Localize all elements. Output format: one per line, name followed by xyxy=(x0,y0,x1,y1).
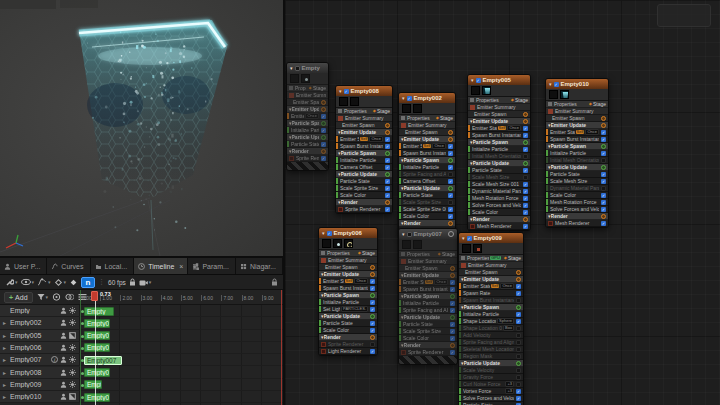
stack-row-shape-location[interactable]: Shape LocationSphere✓ xyxy=(459,318,523,325)
keyframe-diamond-icon[interactable] xyxy=(69,278,78,287)
emitter-node-empty010[interactable]: ▾✓Empty010Properties◆StageEmitter Summar… xyxy=(545,78,609,228)
stack-row-scale-color[interactable]: Scale Color✓ xyxy=(546,192,608,199)
module-checkbox[interactable] xyxy=(516,298,521,303)
stack-row-particle-state[interactable]: Particle State✓ xyxy=(546,171,608,178)
stack-row-sprite-facing-and-alignment[interactable]: Sprite Facing and Alignment xyxy=(399,171,455,178)
stack-row-emitter-update[interactable]: ▾Emitter Update xyxy=(468,118,530,125)
stack-row-initialize-particle[interactable]: Initialize Particle✓ xyxy=(287,127,328,134)
stack-row-skeletal-mesh-location[interactable]: Skeletal Mesh Location xyxy=(459,346,523,353)
module-checkbox[interactable] xyxy=(516,368,521,373)
emitter-track-bar[interactable]: Empty002 xyxy=(84,319,110,328)
stack-row-spawn-burst-instantaneous[interactable]: Spawn Burst Instantaneous✓ xyxy=(468,132,530,139)
sun-icon[interactable] xyxy=(69,319,76,326)
chevron-down-icon[interactable]: ▾ xyxy=(402,96,405,101)
module-checkbox[interactable]: ✓ xyxy=(516,319,521,324)
stack-row-initial-mesh-orientation[interactable]: Initial Mesh Orientation xyxy=(546,157,608,164)
stack-row-mesh-renderer[interactable]: Mesh Renderer✓ xyxy=(546,220,608,227)
stack-row-emitter-state[interactable]: Emitter StateSelfOnce✓ xyxy=(468,125,530,132)
track-row[interactable]: ▸Empty008Empty008 xyxy=(0,367,283,379)
stack-row-spawn-rate[interactable]: Spawn Rate✓ xyxy=(459,290,523,297)
stack-row-particle-spawn[interactable]: ▾Particle Spawn xyxy=(468,139,530,146)
chevron-down-icon[interactable]: ▾ xyxy=(471,78,474,83)
stack-row-particle-update[interactable]: ▾Particle Update xyxy=(319,313,377,320)
stack-row-spawn-burst-instantaneous[interactable]: Spawn Burst Instantaneous xyxy=(459,297,523,304)
node-enabled-checkbox[interactable]: ✓ xyxy=(327,231,332,236)
camera-toggle-icon[interactable] xyxy=(52,293,61,301)
module-checkbox[interactable]: ✓ xyxy=(448,151,453,156)
stack-row-particle-update[interactable]: ▾Particle Update xyxy=(468,160,530,167)
stack-row-render[interactable]: ▾Render xyxy=(399,220,455,227)
tab-local[interactable]: Local... xyxy=(91,258,135,274)
module-checkbox[interactable]: ✓ xyxy=(601,207,606,212)
module-checkbox[interactable]: ✓ xyxy=(450,280,455,285)
stack-row-vortex-force[interactable]: Vortex Force+3✓ xyxy=(459,388,523,395)
module-checkbox[interactable]: ✓ xyxy=(448,179,453,184)
stack-row-sprite-facing-and-alignment[interactable]: Sprite Facing and Alignment xyxy=(459,339,523,346)
expand-arrow-icon[interactable]: ▸ xyxy=(3,332,8,339)
person-icon[interactable] xyxy=(60,319,67,326)
node-enabled-checkbox[interactable] xyxy=(407,232,412,237)
stack-row-emitter-state[interactable]: Emitter StateSelfOnce✓ xyxy=(546,129,608,136)
module-checkbox[interactable]: ✓ xyxy=(385,186,390,191)
stack-row-properties[interactable]: Properties◆Stage xyxy=(319,250,377,257)
emitter-track-bar[interactable]: Empty010 xyxy=(84,393,110,402)
module-checkbox[interactable]: ✓ xyxy=(448,193,453,198)
module-checkbox[interactable]: ✓ xyxy=(321,128,326,133)
track-row[interactable]: ▸Empty007iEmpty007 xyxy=(0,354,283,366)
filter-icon[interactable]: ▾ xyxy=(37,293,49,301)
expand-arrow-icon[interactable]: ▸ xyxy=(3,393,8,400)
chevron-down-icon[interactable]: ▾ xyxy=(549,82,552,87)
sun-icon[interactable] xyxy=(69,344,76,351)
module-checkbox[interactable]: ✓ xyxy=(516,312,521,317)
close-icon[interactable]: × xyxy=(179,263,183,270)
stack-row-particle-state[interactable]: Particle State✓ xyxy=(468,167,530,174)
stack-row-sprite-renderer[interactable]: Sprite Renderer✓ xyxy=(336,206,392,213)
module-checkbox[interactable]: ✓ xyxy=(523,126,528,131)
stack-row-solve-forces-and-velocity[interactable]: Solve Forces and Velocity✓ xyxy=(459,395,523,402)
system-overview-graph[interactable]: ▾EmptyProperties◆StageEmitter SummaryEmi… xyxy=(285,0,720,405)
stack-row-camera-offset[interactable]: Camera Offset✓ xyxy=(336,164,392,171)
module-checkbox[interactable]: ✓ xyxy=(523,196,528,201)
track-row[interactable]: EmptyEmpty xyxy=(0,305,283,317)
emitter-node-empty005[interactable]: ▾✓Empty005Properties◆StageEmitter Summar… xyxy=(467,74,531,231)
stack-row-scale-mesh-size[interactable]: Scale Mesh Size✓ xyxy=(546,178,608,185)
module-checkbox[interactable]: ✓ xyxy=(370,307,375,312)
sun-icon[interactable] xyxy=(69,381,76,388)
node-title-bar[interactable]: ▾✓Empty002 xyxy=(399,93,455,103)
sun-icon[interactable] xyxy=(69,369,76,376)
module-checkbox[interactable]: ✓ xyxy=(448,144,453,149)
isolate-icon[interactable] xyxy=(448,231,454,237)
module-checkbox[interactable]: ✓ xyxy=(385,158,390,163)
node-title-bar[interactable]: ▾Empty xyxy=(287,63,328,73)
mesh-icon[interactable] xyxy=(69,393,76,400)
stack-row-particle-spawn[interactable]: ▾Particle Spawn xyxy=(287,120,328,127)
emitter-track-bar[interactable]: Empty006 xyxy=(84,343,110,352)
stack-row-emitter-state[interactable]: Emitter StateSelfOnce✓ xyxy=(399,143,455,150)
lock-icon[interactable] xyxy=(271,278,278,286)
emitter-track-bar[interactable]: Empty005 xyxy=(84,331,110,340)
render-visibility-icon[interactable] xyxy=(65,293,74,301)
stack-row-emitter-summary[interactable]: Emitter Summary xyxy=(319,257,377,264)
stack-row-mesh-rotation-force[interactable]: Mesh Rotation Force✓ xyxy=(546,199,608,206)
stack-row-spawn-burst-instantaneous[interactable]: Spawn Burst Instantaneous✓ xyxy=(399,150,455,157)
emitter-node-empty[interactable]: ▾EmptyProperties◆StageEmitter SummaryEmi… xyxy=(286,62,329,171)
module-checkbox[interactable]: ✓ xyxy=(601,179,606,184)
module-checkbox[interactable]: ✓ xyxy=(448,214,453,219)
module-checkbox[interactable]: ✓ xyxy=(321,114,326,119)
stack-row-emitter-update[interactable]: ▾Emitter Update xyxy=(336,129,392,136)
person-icon[interactable] xyxy=(60,356,67,363)
tab-curves[interactable]: Curves xyxy=(47,258,90,274)
module-checkbox[interactable] xyxy=(601,186,606,191)
stack-row-emitter-summary[interactable]: Emitter Summary xyxy=(336,115,392,122)
module-checkbox[interactable] xyxy=(516,375,521,380)
module-checkbox[interactable]: ✓ xyxy=(385,165,390,170)
stack-row-scale-color[interactable]: Scale Color✓ xyxy=(399,213,455,220)
module-checkbox[interactable]: ✓ xyxy=(601,130,606,135)
stack-row-render[interactable]: ▾Render xyxy=(399,342,457,349)
stack-row-scale-velocity[interactable]: Scale Velocity xyxy=(459,367,523,374)
stack-row-set--lightradius[interactable]: Set LightRadiusPARTICLES.✓ xyxy=(319,306,377,313)
module-checkbox[interactable]: ✓ xyxy=(523,182,528,187)
node-enabled-checkbox[interactable]: ✓ xyxy=(476,78,481,83)
expand-arrow-icon[interactable]: ▸ xyxy=(3,381,8,388)
stack-row-emitter-spawn[interactable]: Emitter Spawn xyxy=(336,122,392,129)
